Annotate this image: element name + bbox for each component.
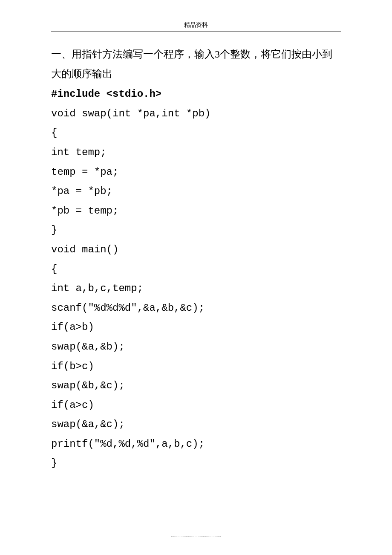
- code-line: scanf("%d%d%d",&a,&b,&c);: [51, 298, 341, 318]
- code-line: swap(&a,&b);: [51, 337, 341, 357]
- problem-statement: 一、用指针方法编写一个程序，输入3个整数，将它们按由小到大的顺序输出: [51, 45, 341, 84]
- code-line: swap(&b,&c);: [51, 376, 341, 396]
- code-line: *pb = temp;: [51, 201, 341, 221]
- code-line: printf("%d,%d,%d",a,b,c);: [51, 434, 341, 454]
- code-line: {: [51, 260, 341, 279]
- code-line: void main(): [51, 240, 341, 260]
- code-include: #include <stdio.h>: [51, 84, 341, 104]
- header-label: 精品资料: [51, 21, 341, 29]
- code-line: if(b>c): [51, 357, 341, 376]
- header-rule: [51, 32, 341, 32]
- code-line: if(a>b): [51, 318, 341, 337]
- code-line: if(a>c): [51, 396, 341, 415]
- code-line: int temp;: [51, 143, 341, 162]
- code-line: {: [51, 123, 341, 143]
- code-line: void swap(int *pa,int *pb): [51, 104, 341, 124]
- code-line: }: [51, 220, 341, 240]
- code-line: *pa = *pb;: [51, 182, 341, 201]
- document-page: 精品资料 一、用指针方法编写一个程序，输入3个整数，将它们按由小到大的顺序输出 …: [0, 0, 392, 490]
- code-line: }: [51, 454, 341, 473]
- code-line: int a,b,c,temp;: [51, 279, 341, 298]
- code-line: temp = *pa;: [51, 162, 341, 182]
- footer-dots: ........................................…: [0, 533, 392, 538]
- code-line: swap(&a,&c);: [51, 415, 341, 434]
